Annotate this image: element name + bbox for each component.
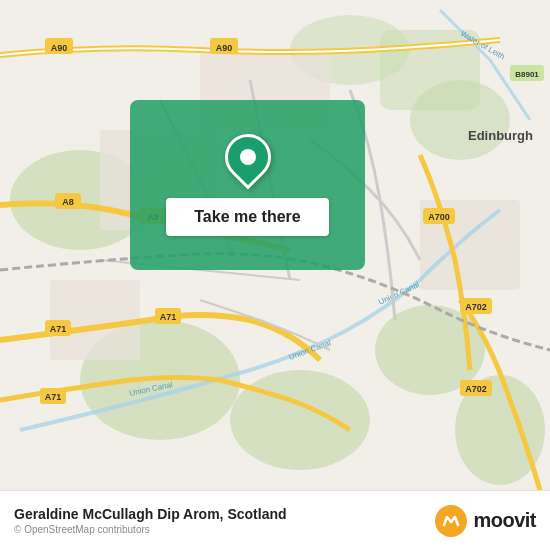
- svg-point-3: [230, 370, 370, 470]
- svg-text:A8: A8: [62, 197, 74, 207]
- location-popup: Take me there: [130, 100, 365, 270]
- location-name: Geraldine McCullagh Dip Arom, Scotland: [14, 506, 287, 522]
- svg-text:Edinburgh: Edinburgh: [468, 128, 533, 143]
- svg-text:A71: A71: [45, 392, 62, 402]
- svg-text:A702: A702: [465, 384, 487, 394]
- svg-text:A71: A71: [50, 324, 67, 334]
- svg-text:A702: A702: [465, 302, 487, 312]
- svg-text:A700: A700: [428, 212, 450, 222]
- copyright-text: © OpenStreetMap contributors: [14, 524, 287, 535]
- location-info: Geraldine McCullagh Dip Arom, Scotland ©…: [14, 506, 287, 535]
- svg-text:A71: A71: [160, 312, 177, 322]
- moovit-logo: moovit: [435, 505, 536, 537]
- svg-text:A90: A90: [51, 43, 68, 53]
- svg-text:A90: A90: [216, 43, 233, 53]
- take-me-there-button[interactable]: Take me there: [166, 198, 328, 236]
- svg-text:B8901: B8901: [515, 70, 539, 79]
- map-container: A90 A90 A8 A8 A71 A71 A71 A700 A702 A702…: [0, 0, 550, 490]
- location-pin: [225, 134, 271, 186]
- moovit-brand-text: moovit: [473, 509, 536, 532]
- moovit-icon: [435, 505, 467, 537]
- info-bar: Geraldine McCullagh Dip Arom, Scotland ©…: [0, 490, 550, 550]
